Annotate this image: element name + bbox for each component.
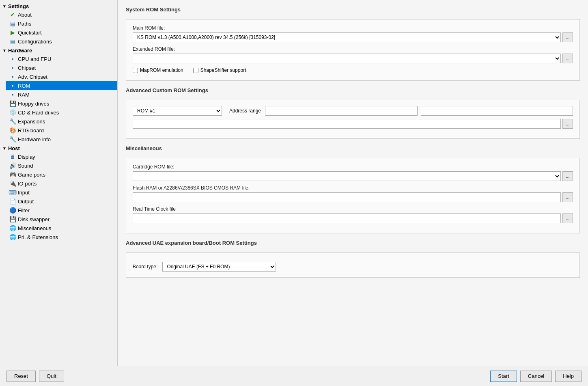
extended-rom-label: Extended ROM file: [133, 46, 573, 52]
configurations-icon: ▤ [9, 38, 16, 45]
disk-swapper-icon: 💾 [9, 216, 16, 223]
settings-label: Settings [8, 3, 29, 9]
sidebar-item-quickstart[interactable]: ▶ Quickstart [6, 28, 117, 37]
main-rom-select[interactable]: KS ROM v1.3 (A500,A1000,A2000) rev 34.5 … [133, 32, 561, 42]
extended-rom-select[interactable] [133, 54, 561, 63]
rom-number-select[interactable]: ROM #1ROM #2ROM #3ROM #4 [133, 106, 222, 116]
hardware-label: Hardware [8, 47, 32, 54]
maprom-checkbox-label[interactable]: MapROM emulation [133, 67, 183, 73]
sidebar-expansions-label: Expansions [18, 119, 45, 125]
sidebar-display-label: Display [18, 154, 35, 160]
host-group[interactable]: ▼ Host [0, 144, 117, 152]
sidebar-disk-swapper-label: Disk swapper [18, 216, 50, 222]
sidebar-item-input[interactable]: ⌨ Input [6, 188, 117, 197]
host-arrow: ▼ [2, 146, 6, 151]
sidebar-pri-ext-label: Pri. & Extensions [18, 234, 58, 240]
sidebar-output-label: Output [18, 198, 34, 205]
advanced-custom-rom-title: Advanced Custom ROM Settings [126, 87, 580, 95]
cartridge-rom-select[interactable] [133, 171, 561, 181]
main-rom-row: KS ROM v1.3 (A500,A1000,A2000) rev 34.5 … [133, 32, 573, 42]
flash-ram-browse-button[interactable]: ... [562, 192, 573, 202]
host-children: 🖥 Display 🔊 Sound 🎮 Game ports 🔌 IO port… [0, 152, 117, 242]
paths-icon: ▤ [9, 20, 16, 27]
main-rom-browse-button[interactable]: ... [562, 32, 573, 42]
sidebar-item-game-ports[interactable]: 🎮 Game ports [6, 170, 117, 179]
rtc-row: ... [133, 213, 573, 223]
cartridge-rom-label: Cartridge ROM file: [133, 164, 573, 170]
sidebar-item-adv-chipset[interactable]: ▪ Adv. Chipset [6, 72, 117, 81]
reset-button[interactable]: Reset [6, 371, 36, 382]
sidebar-item-rtg-board[interactable]: 🎨 RTG board [6, 126, 117, 135]
sidebar-item-disk-swapper[interactable]: 💾 Disk swapper [6, 215, 117, 224]
address-end-input[interactable] [421, 106, 573, 116]
flash-ram-input[interactable] [133, 192, 561, 202]
sidebar-item-about[interactable]: ✔ About [6, 10, 117, 19]
start-button[interactable]: Start [490, 371, 517, 382]
rtg-icon: 🎨 [9, 127, 16, 134]
cd-icon: 💿 [9, 109, 16, 116]
sidebar-item-sound[interactable]: 🔊 Sound [6, 161, 117, 170]
quickstart-icon: ▶ [9, 29, 16, 36]
maprom-checkbox[interactable] [133, 68, 138, 73]
sidebar-item-rom[interactable]: ▪ ROM [6, 81, 117, 90]
sidebar-ram-label: RAM [18, 92, 30, 98]
hardware-group[interactable]: ▼ Hardware [0, 46, 117, 54]
shapeshifter-checkbox-label[interactable]: ShapeShifter support [193, 67, 246, 73]
sidebar-item-paths[interactable]: ▤ Paths [6, 19, 117, 28]
sidebar-item-miscellaneous[interactable]: 🌐 Miscellaneous [6, 224, 117, 233]
sidebar-item-floppy-drives[interactable]: 💾 Floppy drives [6, 99, 117, 108]
rom-path-browse-button[interactable]: ... [562, 119, 573, 129]
sidebar-item-pri-extensions[interactable]: 🌐 Pri. & Extensions [6, 233, 117, 242]
hardware-children: ▪ CPU and FPU ▪ Chipset ▪ Adv. Chipset ▪… [0, 54, 117, 144]
expansions-icon: 🔧 [9, 118, 16, 125]
board-type-label: Board type: [133, 264, 157, 270]
miscellaneous-section: Miscellaneous Cartridge ROM file: ... Fl… [126, 145, 580, 233]
sidebar-item-cd-hard-drives[interactable]: 💿 CD & Hard drives [6, 108, 117, 117]
extended-rom-browse-button[interactable]: ... [562, 54, 573, 63]
settings-group[interactable]: ▼ Settings [0, 2, 117, 10]
main-rom-label: Main ROM file: [133, 25, 573, 31]
sidebar-item-output[interactable]: 📄 Output [6, 197, 117, 206]
cpu-icon: ▪ [9, 55, 16, 63]
sidebar-cpu-label: CPU and FPU [18, 56, 51, 62]
advanced-custom-rom-section: Advanced Custom ROM Settings ROM #1ROM #… [126, 87, 580, 139]
shapeshifter-checkbox[interactable] [193, 68, 198, 73]
sidebar-about-label: About [18, 12, 32, 18]
address-inputs [265, 106, 573, 116]
sidebar-item-display[interactable]: 🖥 Display [6, 152, 117, 161]
sidebar-io-ports-label: IO ports [18, 181, 37, 187]
hardware-arrow: ▼ [2, 48, 6, 53]
about-icon: ✔ [9, 11, 16, 18]
sidebar: ▼ Settings ✔ About ▤ Paths ▶ Quickstart … [0, 0, 118, 366]
sidebar-input-label: Input [18, 190, 30, 196]
settings-children: ✔ About ▤ Paths ▶ Quickstart ▤ Configura… [0, 10, 117, 46]
rtc-browse-button[interactable]: ... [562, 213, 573, 223]
sidebar-item-filter[interactable]: 🔵 Filter [6, 206, 117, 215]
settings-arrow: ▼ [2, 4, 6, 9]
help-button[interactable]: Help [555, 371, 582, 382]
game-ports-icon: 🎮 [9, 171, 16, 178]
rtc-input[interactable] [133, 213, 561, 223]
address-start-input[interactable] [265, 106, 417, 116]
sidebar-item-configurations[interactable]: ▤ Configurations [6, 37, 117, 46]
sound-icon: 🔊 [9, 162, 16, 169]
sidebar-item-hardware-info[interactable]: 🔧 Hardware info [6, 135, 117, 144]
cancel-button[interactable]: Cancel [520, 371, 552, 382]
sidebar-rom-label: ROM [18, 83, 30, 89]
filter-icon: 🔵 [9, 207, 16, 214]
misc-icon: 🌐 [9, 224, 16, 232]
cartridge-rom-browse-button[interactable]: ... [562, 171, 573, 181]
sidebar-item-io-ports[interactable]: 🔌 IO ports [6, 179, 117, 188]
advanced-custom-rom-box: ROM #1ROM #2ROM #3ROM #4 Address range .… [126, 100, 580, 139]
board-type-select[interactable]: Original UAE (FS + F0 ROM)CustomNone [162, 262, 276, 272]
sidebar-item-ram[interactable]: ▪ RAM [6, 90, 117, 99]
sidebar-item-expansions[interactable]: 🔧 Expansions [6, 117, 117, 126]
sidebar-item-cpu-fpu[interactable]: ▪ CPU and FPU [6, 54, 117, 63]
quit-button[interactable]: Quit [39, 371, 64, 382]
sidebar-filter-label: Filter [18, 207, 30, 213]
flash-ram-label: Flash RAM or A2286/A2386SX BIOS CMOS RAM… [133, 185, 573, 191]
pri-ext-icon: 🌐 [9, 233, 16, 241]
rom-path-input[interactable] [133, 119, 561, 129]
miscellaneous-box: Cartridge ROM file: ... Flash RAM or A22… [126, 158, 580, 233]
sidebar-item-chipset[interactable]: ▪ Chipset [6, 63, 117, 72]
